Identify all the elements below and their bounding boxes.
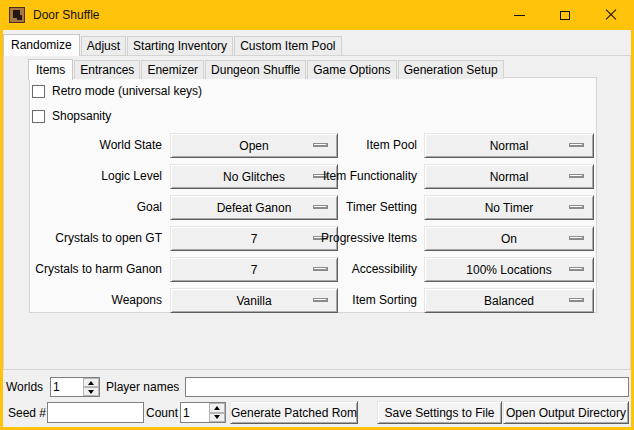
tab-enemizer[interactable]: Enemizer (141, 60, 204, 79)
tab-adjust[interactable]: Adjust (81, 36, 126, 55)
crystals-gt-label: Crystals to open GT (30, 226, 162, 251)
worlds-spin-arrows (83, 378, 99, 396)
world-state-value: Open (239, 139, 268, 153)
progressive-items-value: On (501, 232, 517, 246)
tab-custom-item-pool[interactable]: Custom Item Pool (234, 36, 341, 55)
retro-mode-label: Retro mode (universal keys) (52, 84, 202, 98)
weapons-value: Vanilla (236, 294, 271, 308)
player-names-label: Player names (106, 377, 179, 397)
item-pool-label: Item Pool (270, 133, 417, 158)
spin-up-arrow-icon (88, 381, 94, 385)
count-spin-down-button[interactable] (209, 413, 225, 423)
item-pool-dropdown[interactable]: Normal (424, 133, 594, 158)
tab-dungeon-shuffle[interactable]: Dungeon Shuffle (205, 60, 306, 79)
item-functionality-value: Normal (490, 170, 529, 184)
tab-game-options[interactable]: Game Options (307, 60, 396, 79)
accessibility-value: 100% Locations (466, 263, 551, 277)
spin-down-arrow-icon (214, 415, 220, 419)
window-title: Door Shuffle (33, 8, 100, 22)
item-sorting-label: Item Sorting (270, 288, 417, 313)
item-functionality-label: Item Functionality (270, 164, 417, 189)
logic-level-label: Logic Level (30, 164, 162, 189)
shopsanity-checkbox[interactable]: Shopsanity (32, 109, 111, 123)
seed-input[interactable] (47, 402, 144, 423)
door-app-icon (9, 7, 25, 23)
timer-setting-dropdown[interactable]: No Timer (424, 195, 594, 220)
accessibility-dropdown[interactable]: 100% Locations (424, 257, 594, 282)
save-settings-button[interactable]: Save Settings to File (377, 401, 502, 424)
count-label: Count (146, 402, 178, 424)
item-sorting-value: Balanced (484, 294, 534, 308)
generate-patched-rom-button[interactable]: Generate Patched Rom (230, 401, 358, 424)
open-output-directory-button[interactable]: Open Output Directory (503, 401, 629, 424)
menu-ridge-indicator (569, 205, 584, 209)
spin-down-arrow-icon (88, 390, 94, 394)
outer-tab-bar: Randomize Adjust Starting Inventory Cust… (3, 33, 343, 55)
count-spin-up-button[interactable] (209, 403, 225, 413)
checkbox-icon[interactable] (32, 85, 45, 98)
timer-setting-value: No Timer (485, 201, 534, 215)
item-functionality-dropdown[interactable]: Normal (424, 164, 594, 189)
randomize-tab-page: Items Entrances Enemizer Dungeon Shuffle… (3, 55, 631, 370)
caption-buttons (496, 0, 634, 30)
client-area: Randomize Adjust Starting Inventory Cust… (3, 30, 631, 427)
menu-ridge-indicator (569, 267, 584, 271)
tab-starting-inventory[interactable]: Starting Inventory (127, 36, 233, 55)
seed-label: Seed # (8, 402, 46, 424)
spin-up-arrow-icon (214, 406, 220, 410)
shopsanity-label: Shopsanity (52, 109, 111, 123)
crystals-ganon-label: Crystals to harm Ganon (30, 257, 162, 282)
retro-mode-checkbox[interactable]: Retro mode (universal keys) (32, 84, 202, 98)
tab-randomize[interactable]: Randomize (3, 34, 80, 56)
count-spin-arrows (209, 403, 225, 422)
close-button[interactable] (588, 0, 634, 30)
close-icon (605, 9, 617, 21)
menu-ridge-indicator (569, 143, 584, 147)
minimize-icon (514, 15, 525, 16)
tab-items[interactable]: Items (28, 59, 73, 80)
app-window: Door Shuffle Randomize Adjust Starting I… (0, 0, 634, 430)
progressive-items-dropdown[interactable]: On (424, 226, 594, 251)
player-names-input[interactable] (185, 377, 629, 397)
worlds-spin-down-button[interactable] (83, 387, 99, 396)
menu-ridge-indicator (569, 236, 584, 240)
tab-generation-setup[interactable]: Generation Setup (398, 60, 504, 79)
item-sorting-dropdown[interactable]: Balanced (424, 288, 594, 313)
crystals-gt-value: 7 (251, 232, 258, 246)
worlds-label: Worlds (6, 377, 43, 397)
world-state-label: World State (30, 133, 162, 158)
worlds-value-input[interactable] (51, 378, 82, 396)
maximize-button[interactable] (542, 0, 588, 30)
maximize-icon (560, 11, 570, 20)
item-pool-value: Normal (490, 139, 529, 153)
inner-tab-bar: Items Entrances Enemizer Dungeon Shuffle… (28, 58, 505, 79)
timer-setting-label: Timer Setting (270, 195, 417, 220)
checkbox-icon[interactable] (32, 110, 45, 123)
items-tab-page: Retro mode (universal keys) Shopsanity W… (29, 77, 597, 313)
count-spinbox[interactable] (180, 402, 226, 423)
menu-ridge-indicator (569, 174, 584, 178)
titlebar: Door Shuffle (0, 0, 634, 30)
minimize-button[interactable] (496, 0, 542, 30)
worlds-spin-up-button[interactable] (83, 378, 99, 387)
worlds-spinbox[interactable] (50, 377, 100, 397)
tab-entrances[interactable]: Entrances (74, 60, 140, 79)
progressive-items-label: Progressive Items (270, 226, 417, 251)
menu-ridge-indicator (569, 298, 584, 302)
count-value-input[interactable] (181, 403, 208, 422)
accessibility-label: Accessibility (270, 257, 417, 282)
goal-label: Goal (30, 195, 162, 220)
crystals-ganon-value: 7 (251, 263, 258, 277)
weapons-label: Weapons (30, 288, 162, 313)
